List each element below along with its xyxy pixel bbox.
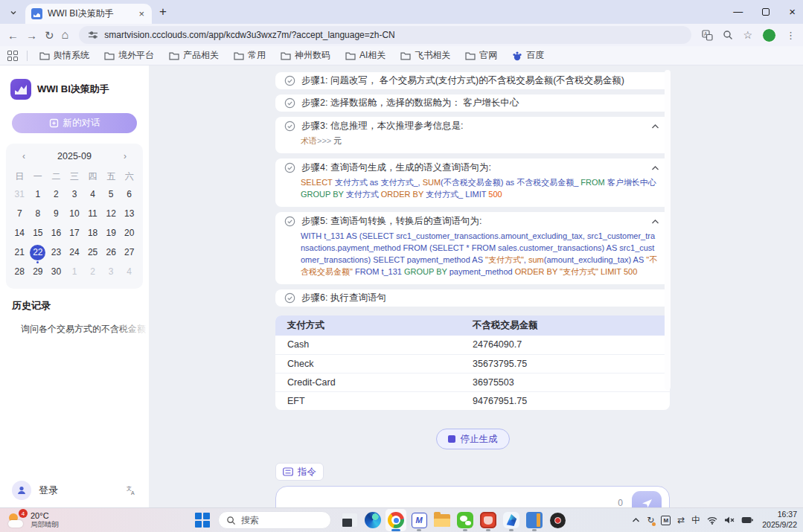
- calendar-day[interactable]: 4: [83, 185, 102, 204]
- calendar-day[interactable]: 28: [10, 262, 29, 281]
- window-maximize-button[interactable]: [762, 8, 770, 16]
- start-button[interactable]: [195, 513, 210, 528]
- apps-grid-icon[interactable]: [7, 51, 18, 61]
- calendar-day[interactable]: 19: [102, 223, 121, 243]
- ime-indicator[interactable]: 中: [691, 514, 700, 527]
- calendar-day[interactable]: 18: [83, 223, 102, 243]
- calendar-prev-icon[interactable]: ‹: [22, 151, 25, 161]
- calendar-day[interactable]: 4: [120, 262, 138, 281]
- message-input[interactable]: [287, 487, 609, 507]
- battery-icon[interactable]: [741, 516, 753, 524]
- calendar-day[interactable]: 30: [47, 262, 65, 281]
- calendar-day[interactable]: 20: [120, 223, 138, 243]
- bookmark-item[interactable]: 舆情系统: [35, 48, 94, 63]
- collapse-chevron-icon[interactable]: [651, 214, 659, 228]
- calendar-day[interactable]: 21: [10, 243, 29, 262]
- calendar-day[interactable]: 25: [83, 243, 102, 262]
- weather-widget[interactable]: 4 20°C 局部晴朗: [0, 511, 66, 529]
- bookmark-item[interactable]: 境外平台: [100, 48, 159, 63]
- calendar-day[interactable]: 29: [29, 262, 48, 281]
- bookmark-item[interactable]: AI相关: [341, 48, 390, 63]
- calendar-day[interactable]: 3: [102, 262, 121, 281]
- taskbar-app-m-doc[interactable]: M: [409, 509, 429, 531]
- taskbar-app-wechat[interactable]: [455, 509, 476, 531]
- translate-icon[interactable]: A: [702, 30, 713, 41]
- calendar-day[interactable]: 22: [29, 243, 48, 262]
- search-icon[interactable]: [723, 30, 733, 40]
- calendar-day[interactable]: 11: [83, 204, 102, 223]
- taskbar-search[interactable]: 搜索: [218, 511, 331, 529]
- taskbar-app-edge[interactable]: [362, 509, 383, 531]
- history-item[interactable]: 询问各个交易方式的不含税金额: [0, 315, 149, 340]
- taskbar-app-red-app[interactable]: [478, 509, 499, 531]
- bookmark-item[interactable]: 神州数码: [276, 48, 335, 63]
- calendar-day[interactable]: 6: [120, 185, 138, 204]
- taskbar-app-task-view[interactable]: [339, 509, 360, 531]
- calendar-day[interactable]: 2: [83, 262, 102, 281]
- data-transfer-icon[interactable]: ⇄: [677, 515, 685, 525]
- calendar-next-icon[interactable]: ›: [124, 151, 127, 161]
- taskbar-app-recorder-app[interactable]: [547, 509, 568, 531]
- forward-button[interactable]: →: [26, 30, 37, 41]
- bookmark-item[interactable]: 官网: [461, 48, 502, 63]
- calendar-day[interactable]: 10: [65, 204, 84, 223]
- taskbar-app-file-explorer[interactable]: [432, 509, 452, 531]
- calendar-day[interactable]: 31: [10, 185, 29, 204]
- login-row[interactable]: 登录 文A: [0, 481, 149, 500]
- language-switch-icon[interactable]: 文A: [127, 485, 137, 496]
- bookmark-item[interactable]: 产品相关: [164, 48, 223, 63]
- collapse-chevron-icon[interactable]: [651, 119, 659, 132]
- bookmark-star-icon[interactable]: ☆: [743, 29, 752, 41]
- volume-muted-icon[interactable]: [724, 516, 735, 525]
- calendar-day[interactable]: 3: [65, 185, 84, 204]
- calendar-day[interactable]: 2: [47, 185, 65, 204]
- window-minimize-button[interactable]: —: [733, 6, 743, 17]
- calendar-day[interactable]: 13: [120, 204, 138, 223]
- message-input-box[interactable]: 0: [275, 486, 670, 507]
- browser-tab[interactable]: WWI BI决策助手 ×: [25, 4, 152, 24]
- sync-tray-icon[interactable]: ↻: [647, 515, 654, 525]
- site-controls-icon[interactable]: [88, 30, 98, 40]
- calendar-day[interactable]: 1: [29, 185, 48, 204]
- collapse-chevron-icon[interactable]: [651, 161, 659, 174]
- calendar-day[interactable]: 12: [102, 204, 121, 223]
- calendar-day[interactable]: 24: [65, 243, 84, 262]
- stop-generating-button[interactable]: 停止生成: [436, 429, 510, 449]
- window-close-button[interactable]: ×: [789, 5, 796, 18]
- back-button[interactable]: ←: [7, 30, 19, 41]
- new-conversation-button[interactable]: 新的对话: [12, 113, 137, 133]
- new-tab-button[interactable]: +: [159, 4, 167, 19]
- url-bar[interactable]: smartvision.ccclouds.com/app/kcdw3u3wxz7…: [79, 26, 691, 44]
- calendar-day[interactable]: 14: [10, 223, 29, 243]
- bookmark-item[interactable]: 百度: [508, 48, 548, 63]
- bookmark-item[interactable]: 常用: [229, 48, 270, 63]
- bookmark-item[interactable]: 飞书相关: [396, 48, 455, 63]
- taskbar-app-pixel-app[interactable]: [524, 509, 545, 531]
- m-tray-icon[interactable]: M: [661, 516, 671, 525]
- calendar-day[interactable]: 23: [47, 243, 65, 262]
- tray-chevron-up-icon[interactable]: [632, 517, 640, 523]
- calendar-day[interactable]: 17: [65, 223, 84, 243]
- send-button[interactable]: [632, 491, 662, 507]
- calendar-day[interactable]: 7: [10, 204, 29, 223]
- calendar-day[interactable]: 27: [120, 243, 138, 262]
- wifi-icon[interactable]: [707, 516, 717, 525]
- taskbar-app-chrome[interactable]: [385, 509, 406, 531]
- calendar-day[interactable]: 16: [47, 223, 65, 243]
- taskbar-app-blue-app[interactable]: [501, 509, 522, 531]
- calendar-day[interactable]: 5: [102, 185, 121, 204]
- home-button[interactable]: ⌂: [62, 29, 69, 41]
- calendar-day[interactable]: 9: [47, 204, 65, 223]
- scrollbar[interactable]: [665, 70, 671, 390]
- calendar-day[interactable]: 15: [29, 223, 48, 243]
- tab-search-chevron-icon[interactable]: [6, 5, 21, 20]
- calendar-day[interactable]: 1: [65, 262, 84, 281]
- reload-button[interactable]: ↻: [45, 30, 54, 41]
- tab-close-icon[interactable]: ×: [137, 8, 146, 19]
- browser-menu-icon[interactable]: ⋮: [786, 30, 796, 41]
- calendar-day[interactable]: 8: [29, 204, 48, 223]
- profile-avatar[interactable]: [762, 28, 776, 42]
- taskbar-clock[interactable]: 16:37 2025/9/22: [762, 510, 797, 530]
- command-button[interactable]: 指令: [275, 463, 324, 481]
- calendar-day[interactable]: 26: [102, 243, 121, 262]
